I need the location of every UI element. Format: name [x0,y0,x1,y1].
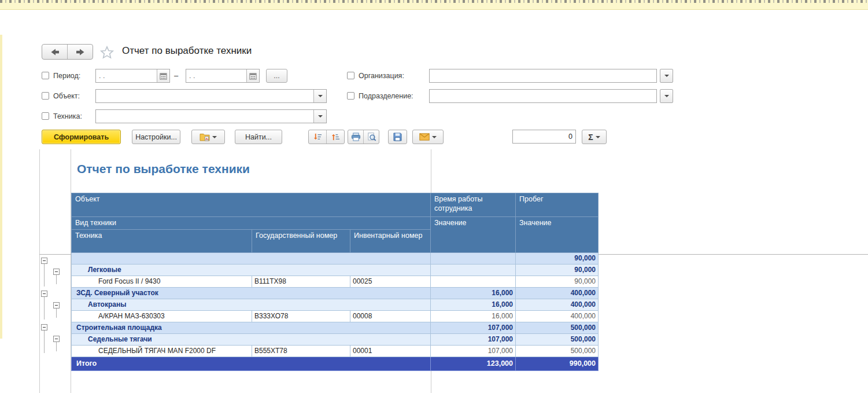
period-more-button[interactable]: ... [266,69,287,83]
cell-worktime[interactable] [431,265,516,276]
header-cell-kind[interactable]: Вид техники [72,217,431,230]
cell-group-name[interactable]: Строительная площадка [72,322,431,334]
settings-button[interactable]: Настройки... [132,130,180,144]
print-icon [351,133,361,141]
cell-mileage[interactable]: 90,000 [516,265,599,276]
cell-group-name[interactable]: Легковые [72,265,431,276]
cell-group-name[interactable]: Седельные тягачи [72,334,431,346]
print-button[interactable] [348,130,363,144]
sort-descending-button[interactable] [309,130,326,144]
department-input[interactable] [429,89,657,103]
send-email-button[interactable] [412,130,444,144]
header-cell-state-number[interactable]: Государственный номер [252,230,350,253]
generate-button[interactable]: Сформировать [42,130,121,144]
department-checkbox[interactable] [347,92,354,100]
cell-tech-name[interactable]: А/КРАН МАЗ-630303 [72,311,252,322]
cell-group-name[interactable]: Автокраны [72,299,431,311]
collapse-group-button[interactable] [53,302,60,308]
report-variants-button[interactable] [191,130,225,144]
header-cell-value2[interactable]: Значение [516,217,599,253]
cell-mileage[interactable]: 400,000 [516,311,599,322]
cell-mileage[interactable]: 500,000 [516,346,599,357]
cell-worktime[interactable]: 107,000 [431,322,516,334]
chevron-down-icon [664,95,669,100]
object-input[interactable] [96,90,313,102]
collapse-group-button[interactable] [41,291,47,297]
header-cell-object[interactable]: Объект [72,193,431,217]
total-label-cell[interactable]: Итого [72,357,431,371]
technika-dropdown-button[interactable] [313,110,326,123]
cell-worktime[interactable] [431,253,516,265]
cell-group-name[interactable] [72,253,431,265]
tree-connector-line [56,342,57,351]
collapse-group-button[interactable] [53,269,60,275]
period-to-input[interactable] [186,69,246,82]
find-button[interactable]: Найти... [235,130,282,144]
report-row-group-level1: ЗСД. Северный участок16,000400,000 [72,288,599,299]
organization-checkbox[interactable] [347,72,354,79]
object-dropdown-button[interactable] [313,90,326,102]
back-button[interactable] [42,45,67,59]
organization-dropdown-button[interactable] [660,69,673,83]
total-mileage-cell[interactable]: 990,000 [516,357,599,371]
header-cell-mileage[interactable]: Пробег [516,193,599,217]
tree-connector-line [44,264,45,287]
save-button[interactable] [388,130,407,144]
cell-worktime[interactable]: 107,000 [431,346,516,357]
collapse-group-button[interactable] [53,336,60,342]
department-dropdown-button[interactable] [660,89,673,103]
header-cell-worktime[interactable]: Время работы сотрудника [431,193,516,217]
collapse-group-button[interactable] [41,324,47,330]
cell-worktime[interactable]: 107,000 [431,334,516,346]
organization-input[interactable] [429,69,657,83]
cell-state-number[interactable]: В555ХТ78 [252,346,350,357]
print-group [348,130,379,144]
cell-worktime[interactable]: 16,000 [431,311,516,322]
header-row-object: Объект Время работы сотрудника Пробег [72,193,599,217]
cell-worktime[interactable] [431,276,516,288]
cell-worktime[interactable]: 16,000 [431,288,516,299]
print-preview-icon [367,133,376,141]
cell-tech-name[interactable]: Ford Focus II / 9430 [72,276,252,288]
total-worktime-cell[interactable]: 123,000 [431,357,516,371]
chevron-down-icon [596,136,600,141]
period-from-calendar-button[interactable] [157,69,169,82]
period-from-input[interactable] [96,69,157,82]
technika-input[interactable] [96,110,313,123]
sort-ascending-button[interactable] [326,130,344,144]
cell-inventory-number[interactable]: 00025 [350,276,431,288]
cell-mileage[interactable]: 400,000 [516,288,599,299]
counter-input[interactable] [512,130,576,144]
print-preview-button[interactable] [363,130,379,144]
cell-mileage[interactable]: 90,000 [516,253,599,265]
cell-mileage[interactable]: 90,000 [516,276,599,288]
header-cell-value1[interactable]: Значение [431,217,516,253]
left-panel-accent-strip [0,35,2,339]
report-title[interactable]: Отчет по выработке техники [77,162,250,176]
cell-inventory-number[interactable]: 00008 [350,311,431,322]
forward-button[interactable] [67,45,93,59]
calendar-icon [249,72,257,80]
cell-state-number[interactable]: В111ТХ98 [252,276,350,288]
collapse-group-button[interactable] [41,258,47,264]
object-checkbox[interactable] [42,92,49,100]
cell-inventory-number[interactable]: 00001 [350,346,431,357]
cell-tech-name[interactable]: СЕДЕЛЬНЫЙ ТЯГАЧ MAN F2000 DF [72,346,252,357]
period-checkbox[interactable] [42,72,49,79]
technika-checkbox[interactable] [42,112,49,120]
tree-connector-line [56,308,57,318]
period-to-calendar-button[interactable] [246,69,259,82]
cell-state-number[interactable]: В333ХО78 [252,311,350,322]
report-header: Объект Время работы сотрудника Пробег Ви… [72,193,599,253]
cell-group-name[interactable]: ЗСД. Северный участок [72,288,431,299]
favorite-star-icon[interactable] [99,45,114,60]
header-cell-inventory-number[interactable]: Инвентарный номер [350,230,431,253]
cell-mileage[interactable]: 500,000 [516,322,599,334]
header-cell-tech[interactable]: Техника [72,230,252,253]
report-total-row: Итого 123,000 990,000 [72,357,599,371]
sum-button[interactable]: Σ [582,130,607,144]
cell-mileage[interactable]: 500,000 [516,334,599,346]
cell-worktime[interactable]: 16,000 [431,299,516,311]
sort-ascending-icon [331,133,341,141]
cell-mileage[interactable]: 400,000 [516,299,599,311]
